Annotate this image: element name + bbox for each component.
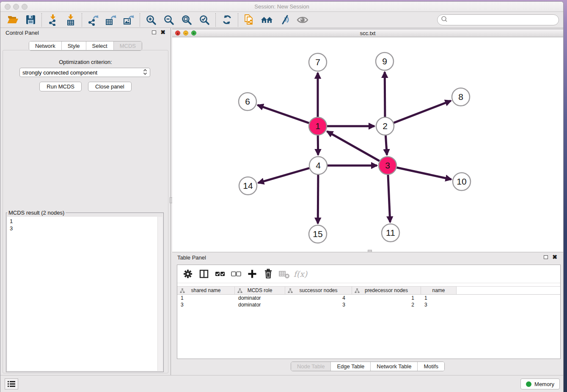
export-image-icon[interactable] <box>120 13 138 27</box>
cell-shared-name[interactable]: 1 <box>177 295 235 301</box>
graph-node-15[interactable]: 15 <box>309 225 327 243</box>
import-network-icon[interactable] <box>44 13 62 27</box>
table-panel: Table Panel ✖ f(x) shared nameMCDS roles… <box>172 252 563 375</box>
save-session-icon[interactable] <box>22 13 39 27</box>
edge-3-10[interactable] <box>397 168 451 179</box>
function-builder-icon: f(x) <box>293 267 308 281</box>
svg-text:10: 10 <box>457 177 466 186</box>
tab-mcds[interactable]: MCDS <box>113 41 142 50</box>
edge-1-6[interactable] <box>258 105 309 123</box>
edge-2-3[interactable] <box>385 135 387 155</box>
tab-motifs[interactable]: Motifs <box>417 362 444 371</box>
svg-text:9: 9 <box>382 56 387 66</box>
gear-icon[interactable] <box>181 267 195 281</box>
close-table-panel-icon[interactable]: ✖ <box>552 255 557 259</box>
column-type-icon <box>180 288 185 295</box>
graph-node-1[interactable]: 1 <box>309 117 327 135</box>
home-icon[interactable] <box>258 13 276 27</box>
zoom-out-icon[interactable] <box>160 13 178 27</box>
cell-successor-nodes[interactable]: 3 <box>285 301 352 308</box>
refresh-layout-icon[interactable] <box>218 13 236 27</box>
column-header-name[interactable]: name <box>421 287 457 294</box>
control-panel-title: Control Panel <box>6 30 39 36</box>
tab-style[interactable]: Style <box>61 41 86 50</box>
mcds-result-text[interactable]: 13 <box>7 217 162 371</box>
close-panel-button[interactable]: Close panel <box>88 82 132 91</box>
graph-node-10[interactable]: 10 <box>453 173 471 190</box>
edge-4-14[interactable] <box>258 168 309 183</box>
clone-network-icon[interactable] <box>240 13 258 27</box>
result-scrollbar[interactable] <box>157 217 162 371</box>
eye-icon[interactable] <box>294 13 311 27</box>
edge-2-9[interactable] <box>385 72 385 117</box>
task-history-button[interactable] <box>5 378 18 389</box>
cell-name[interactable]: 3 <box>421 301 457 308</box>
columns-icon[interactable] <box>197 267 211 281</box>
table-row[interactable]: 1dominator411 <box>177 295 560 301</box>
cell-predecessor-nodes[interactable]: 1 <box>352 295 421 301</box>
export-network-icon[interactable] <box>84 13 102 27</box>
svg-text:4: 4 <box>316 160 321 170</box>
edge-1-4[interactable] <box>318 135 318 155</box>
delete-column-icon[interactable] <box>261 267 275 281</box>
export-table-icon[interactable] <box>102 13 120 27</box>
deselect-all-icon[interactable] <box>229 267 243 281</box>
edge-3-11[interactable] <box>388 175 390 222</box>
float-table-panel-icon[interactable] <box>544 255 548 259</box>
search-box[interactable] <box>437 14 559 25</box>
graph-node-9[interactable]: 9 <box>376 52 394 70</box>
close-panel-icon[interactable]: ✖ <box>160 30 165 34</box>
zoom-selected-icon[interactable] <box>195 13 213 27</box>
zoom-fit-icon[interactable] <box>178 13 195 27</box>
graph-node-7[interactable]: 7 <box>309 53 327 71</box>
optimization-criterion-dropdown[interactable]: strongly connected component <box>19 68 150 77</box>
cell-MCDS-role[interactable]: dominator <box>235 301 285 308</box>
column-header-successor-nodes[interactable]: successor nodes <box>285 287 352 294</box>
run-mcds-button[interactable]: Run MCDS <box>39 82 82 91</box>
cell-MCDS-role[interactable]: dominator <box>235 295 285 301</box>
network-view-titlebar[interactable]: x – + scc.txt <box>172 29 563 37</box>
zoom-in-icon[interactable] <box>142 13 160 27</box>
add-column-icon[interactable] <box>245 267 259 281</box>
table-header-row: shared nameMCDS rolesuccessor nodesprede… <box>177 286 560 295</box>
tab-edge-table[interactable]: Edge Table <box>330 362 370 371</box>
graph-node-14[interactable]: 14 <box>239 177 257 195</box>
select-all-icon[interactable] <box>213 267 227 281</box>
tab-network[interactable]: Network <box>29 41 61 50</box>
column-header-predecessor-nodes[interactable]: predecessor nodes <box>352 287 421 294</box>
toolbar-separator <box>41 13 42 27</box>
cell-shared-name[interactable]: 3 <box>177 301 235 308</box>
memory-button[interactable]: Memory <box>520 378 560 389</box>
table-row[interactable]: 3dominator323 <box>177 301 560 308</box>
graph-node-6[interactable]: 6 <box>239 93 256 110</box>
import-table-icon[interactable] <box>62 13 80 27</box>
cell-predecessor-nodes[interactable]: 2 <box>352 301 421 308</box>
graph-node-8[interactable]: 8 <box>452 88 470 106</box>
search-input[interactable] <box>450 17 555 23</box>
column-header-shared-name[interactable]: shared name <box>177 287 235 294</box>
cell-name[interactable]: 1 <box>421 295 457 301</box>
tab-node-table[interactable]: Node Table <box>291 362 331 371</box>
svg-text:3: 3 <box>385 160 390 170</box>
svg-text:11: 11 <box>386 228 395 237</box>
memory-status-icon <box>526 381 531 387</box>
tab-network-table[interactable]: Network Table <box>370 362 417 371</box>
svg-text:6: 6 <box>245 97 250 106</box>
graph-node-4[interactable]: 4 <box>309 157 327 174</box>
edge-3-1[interactable] <box>327 131 380 161</box>
mcds-panel: Optimization criterion: strongly connect… <box>3 50 168 373</box>
open-session-icon[interactable] <box>4 13 22 27</box>
network-graph[interactable]: 1 2 3 4 6 7 8 9 10 11 14 15 <box>172 37 564 250</box>
cell-successor-nodes[interactable]: 4 <box>285 295 352 301</box>
tab-select[interactable]: Select <box>86 41 113 50</box>
graph-node-3[interactable]: 3 <box>379 157 396 174</box>
hide-preview-icon[interactable] <box>276 13 294 27</box>
network-canvas[interactable]: 1 2 3 4 6 7 8 9 10 11 14 15 <box>172 37 563 252</box>
edge-4-15[interactable] <box>318 175 318 224</box>
svg-text:14: 14 <box>243 181 253 190</box>
column-header-MCDS-role[interactable]: MCDS role <box>235 287 285 294</box>
float-panel-icon[interactable] <box>152 30 156 34</box>
edge-2-8[interactable] <box>394 101 451 123</box>
graph-node-2[interactable]: 2 <box>376 117 394 135</box>
graph-node-11[interactable]: 11 <box>382 224 399 242</box>
